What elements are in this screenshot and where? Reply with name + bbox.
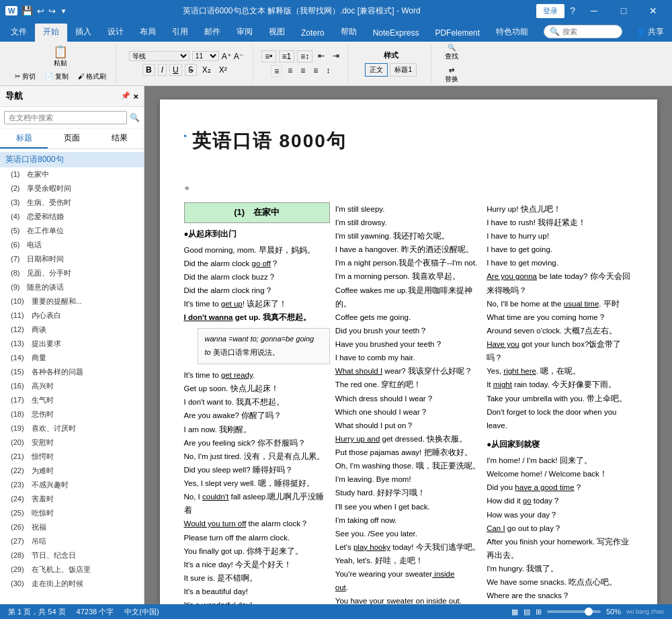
nav-item-4[interactable]: (5) 在工作单位 — [0, 224, 144, 238]
share-button[interactable]: 👤 共享 — [628, 24, 672, 42]
style-heading1[interactable]: 标题1 — [390, 63, 417, 77]
nav-search-input[interactable] — [4, 111, 127, 124]
nav-item-9[interactable]: (10) 重要的提醒和... — [0, 294, 144, 308]
tab-design[interactable]: 设计 — [99, 24, 132, 42]
multilevel-icon[interactable]: ≡↕ — [297, 50, 312, 63]
view-web-icon[interactable]: ▤ — [523, 608, 530, 616]
ribbon-search-input[interactable] — [562, 28, 616, 36]
tab-features[interactable]: 特色功能 — [488, 24, 536, 42]
nav-item-15[interactable]: (16) 高兴时 — [0, 379, 144, 393]
cut-button[interactable]: ✂ 剪切 — [11, 71, 40, 83]
redo-icon[interactable]: ↪ — [48, 6, 56, 16]
undo-icon[interactable]: ↩ — [37, 6, 44, 16]
zoom-level[interactable]: 50% — [606, 608, 621, 616]
nav-item-14[interactable]: (15) 各种各样的问题 — [0, 365, 144, 379]
font-size-select[interactable]: 11 — [192, 51, 219, 61]
ribbon-search-box[interactable]: 🔍 — [544, 25, 622, 38]
tab-mailings[interactable]: 邮件 — [196, 24, 228, 42]
nav-search-icon[interactable]: 🔍 — [130, 113, 140, 122]
align-center-icon[interactable]: ≡ — [285, 65, 295, 77]
style-normal[interactable]: 正文 — [365, 63, 388, 77]
line-spacing-icon[interactable]: ↕ — [323, 65, 333, 77]
nav-item-8[interactable]: (9) 随意的谈话 — [0, 280, 144, 294]
nav-item-25[interactable]: (26) 祝福 — [0, 520, 144, 534]
nav-item-23[interactable]: (24) 害羞时 — [0, 492, 144, 506]
view-print-icon[interactable]: ▦ — [511, 608, 518, 616]
nav-item-7[interactable]: (8) 见面、分手时 — [0, 266, 144, 280]
nav-item-29[interactable]: (30) 走在街上的时候 — [0, 577, 144, 591]
nav-item-22[interactable]: (23) 不感兴趣时 — [0, 478, 144, 492]
nav-tab-results[interactable]: 结果 — [96, 129, 144, 149]
save-icon[interactable]: 💾 — [22, 5, 33, 16]
nav-tab-pages[interactable]: 页面 — [48, 129, 95, 149]
nav-item-11[interactable]: (12) 商谈 — [0, 323, 144, 337]
nav-item-24[interactable]: (25) 吃惊时 — [0, 506, 144, 520]
indent-decrease-icon[interactable]: ⇤ — [315, 50, 327, 63]
tab-insert[interactable]: 插入 — [67, 24, 99, 42]
close-button[interactable]: ✕ — [640, 0, 667, 22]
nav-item-18[interactable]: (19) 喜欢、讨厌时 — [0, 421, 144, 436]
italic-icon[interactable]: I — [158, 64, 167, 76]
tab-review[interactable]: 审阅 — [228, 24, 261, 42]
nav-tree-root[interactable]: 英语口语8000句 — [0, 152, 144, 167]
replace-button[interactable]: ⇄ 替换 — [439, 65, 464, 85]
nav-item-26[interactable]: (27) 吊唁 — [0, 534, 144, 548]
zoom-slider[interactable] — [547, 610, 601, 613]
tab-pdfelement[interactable]: PDFelement — [427, 26, 488, 42]
nav-tab-headings[interactable]: 标题 — [0, 129, 48, 149]
tab-file[interactable]: 文件 — [3, 24, 35, 42]
view-outline-icon[interactable]: ⊞ — [536, 608, 542, 616]
nav-item-21[interactable]: (22) 为难时 — [0, 464, 144, 478]
numbering-icon[interactable]: ≡1 — [279, 50, 295, 63]
nav-item-6[interactable]: (7) 日期和时间 — [0, 252, 144, 266]
tab-view[interactable]: 视图 — [261, 24, 293, 42]
tab-help[interactable]: 帮助 — [333, 24, 365, 42]
nav-pin-icon[interactable]: 📌 — [121, 91, 130, 101]
nav-item-5[interactable]: (6) 电话 — [0, 238, 144, 252]
nav-item-16[interactable]: (17) 生气时 — [0, 393, 144, 407]
restore-button[interactable]: □ — [610, 0, 637, 22]
justify-icon[interactable]: ≡ — [310, 65, 321, 77]
nav-item-13[interactable]: (14) 商量 — [0, 351, 144, 365]
help-icon[interactable]: ? — [567, 5, 578, 16]
find-button[interactable]: 🔍 查找 — [439, 42, 464, 63]
nav-item-19[interactable]: (20) 安慰时 — [0, 436, 144, 450]
minimize-button[interactable]: ─ — [581, 0, 607, 22]
nav-item-0[interactable]: (1) 在家中 — [0, 167, 144, 181]
nav-item-3[interactable]: (4) 恋爱和结婚 — [0, 210, 144, 224]
font-family-select[interactable]: 等线 — [129, 51, 190, 61]
nav-item-27[interactable]: (28) 节日、纪念日 — [0, 548, 144, 563]
format-painter-button[interactable]: 🖌 格式刷 — [74, 71, 111, 83]
strikethrough-icon[interactable]: S̶ — [185, 64, 197, 76]
underline-icon[interactable]: U — [169, 64, 182, 76]
nav-item-12[interactable]: (13) 提出要求 — [0, 337, 144, 351]
nav-close-icon[interactable]: × — [133, 91, 138, 101]
nav-item-20[interactable]: (21) 惊愕时 — [0, 450, 144, 464]
tab-references[interactable]: 引用 — [164, 24, 196, 42]
paste-button[interactable]: 📋 粘贴 — [48, 44, 73, 69]
nav-item-10[interactable]: (11) 内心表白 — [0, 308, 144, 323]
nav-item-2[interactable]: (3) 生病、受伤时 — [0, 196, 144, 210]
bold-icon[interactable]: B — [142, 64, 155, 76]
login-button[interactable]: 登录 — [536, 4, 564, 18]
zoom-thumb[interactable] — [585, 608, 593, 616]
subscript-icon[interactable]: X₂ — [200, 65, 214, 75]
bullets-icon[interactable]: ≡• — [261, 50, 276, 63]
nav-item-17[interactable]: (18) 悲伤时 — [0, 407, 144, 421]
customize-icon[interactable]: ▼ — [60, 7, 67, 15]
nav-item-1[interactable]: (2) 享受余暇时间 — [0, 181, 144, 196]
align-left-icon[interactable]: ≡ — [271, 65, 282, 77]
font-shrink-icon[interactable]: A⁻ — [234, 52, 243, 61]
copy-button[interactable]: 📄 复制 — [41, 71, 73, 83]
indent-increase-icon[interactable]: ⇥ — [330, 50, 342, 63]
editing-group: 🔍 查找 ⇄ 替换 — [434, 44, 469, 83]
tab-home[interactable]: 开始 — [35, 24, 67, 42]
align-right-icon[interactable]: ≡ — [298, 65, 308, 77]
tab-noteexpress[interactable]: NoteExpress — [365, 26, 427, 42]
tab-layout[interactable]: 布局 — [132, 24, 164, 42]
superscript-icon[interactable]: X² — [216, 65, 230, 75]
doc-area[interactable]: • 英语口语 8000句 。 (1) 在家中 ●从起床到出门 Good morn… — [144, 86, 672, 604]
tab-zotero[interactable]: Zotero — [293, 26, 333, 42]
nav-item-28[interactable]: (29) 在飞机上、饭店里 — [0, 563, 144, 577]
font-grow-icon[interactable]: A⁺ — [222, 52, 231, 61]
